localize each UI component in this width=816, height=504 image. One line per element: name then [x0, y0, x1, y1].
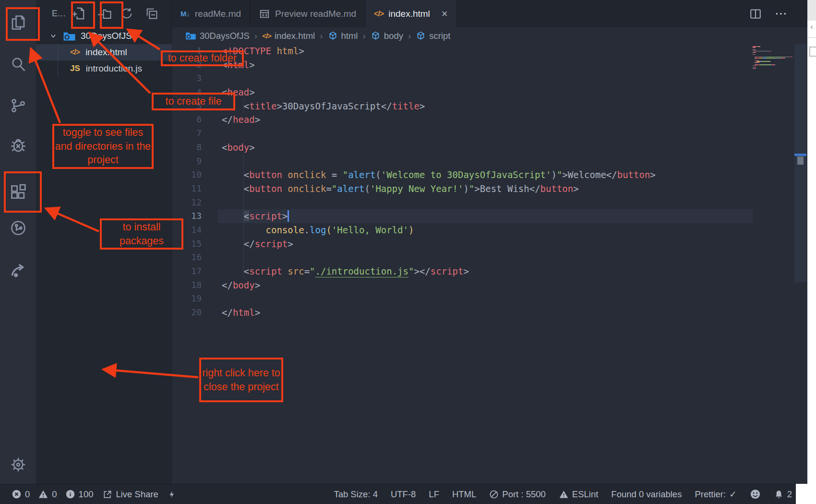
code-line-10[interactable]: 10 <button onclick = "alert('Welcome to … — [172, 168, 807, 182]
tree-indent-guide — [58, 44, 58, 77]
code-line-6[interactable]: 6</head> — [172, 113, 807, 127]
encoding-indicator[interactable]: UTF-8 — [391, 489, 416, 500]
explorer-sidebar: E... 30DaysOfJS </> index.html JS introd… — [36, 0, 172, 504]
code-line-4[interactable]: 4<head> — [172, 85, 807, 99]
close-icon[interactable]: × — [442, 8, 448, 20]
split-editor-icon[interactable] — [749, 8, 762, 20]
tab-readme[interactable]: M↓ readMe.md — [172, 0, 250, 27]
root-folder-label: 30DaysOfJS — [81, 31, 132, 41]
line-number: 2 — [172, 58, 202, 72]
eol-indicator[interactable]: LF — [429, 489, 439, 500]
explorer-icon[interactable] — [0, 6, 36, 39]
code-line-5[interactable]: 5 <title>30DaysOfJavaScript</title> — [172, 99, 807, 113]
extensions-icon[interactable] — [0, 175, 36, 209]
source-control-icon[interactable] — [0, 89, 36, 122]
collapse-all-icon[interactable] — [142, 4, 161, 23]
variables-indicator[interactable]: Found 0 variables — [611, 489, 682, 500]
warning-icon — [559, 490, 569, 499]
explorer-header: E... — [36, 0, 172, 27]
code-editor[interactable]: 1<!DOCTYPE html>2<html>34<head>5 <title>… — [172, 44, 807, 320]
code-line-19[interactable]: 19 — [172, 292, 807, 306]
more-actions-icon[interactable]: ⋯ — [775, 6, 788, 21]
editor-actions: ⋯ — [749, 0, 807, 27]
run-circle-icon[interactable] — [0, 211, 36, 245]
file-label: index.html — [85, 47, 127, 58]
port-indicator[interactable]: Port : 5500 — [489, 489, 546, 500]
tab-preview-readme[interactable]: Preview readMe.md — [250, 0, 365, 27]
settings-gear-icon[interactable] — [0, 448, 36, 481]
js-icon: JS — [70, 64, 80, 73]
code-line-17[interactable]: 17 <script src="./introduction.js"></scr… — [172, 264, 807, 278]
preview-icon — [259, 9, 270, 19]
bolt-indicator[interactable] — [168, 489, 176, 500]
check-icon: ✓ — [729, 489, 737, 500]
line-number: 3 — [172, 72, 202, 85]
problems-indicator[interactable]: 0 0 100 — [12, 489, 93, 500]
breadcrumb-item-script[interactable]: script — [416, 31, 450, 41]
refresh-icon[interactable] — [117, 4, 136, 23]
code-line-3[interactable]: 3 — [172, 72, 807, 85]
new-folder-icon[interactable] — [95, 4, 114, 23]
line-number: 1 — [172, 44, 202, 58]
rail-top-block — [807, 0, 816, 21]
code-line-7[interactable]: 7 — [172, 127, 807, 141]
chevron-left-icon[interactable]: ‹ — [807, 22, 816, 32]
breadcrumb-item-body[interactable]: body — [371, 31, 403, 41]
breadcrumb-item-file[interactable]: </> index.html — [262, 31, 315, 41]
markdown-icon: M↓ — [180, 10, 190, 18]
tab-label: readMe.md — [195, 9, 241, 19]
folder-icon — [185, 31, 196, 40]
code-line-13[interactable]: 13 <script> — [172, 209, 807, 223]
code-line-18[interactable]: 18</body> — [172, 278, 807, 292]
notifications-bell[interactable]: 2 — [774, 489, 792, 500]
code-line-9[interactable]: 9 — [172, 155, 807, 168]
run-debug-icon[interactable] — [0, 129, 36, 162]
feedback-smiley[interactable] — [750, 489, 761, 500]
html-icon: </> — [262, 32, 271, 40]
live-share-button[interactable]: Live Share — [103, 489, 158, 500]
breadcrumb-item-folder[interactable]: 30DaysOfJS — [185, 31, 250, 41]
breadcrumb-item-html[interactable]: html — [328, 31, 358, 41]
scrollbar-thumb[interactable] — [797, 156, 804, 165]
html-icon: </> — [374, 10, 384, 18]
share-icon — [103, 490, 112, 499]
language-indicator[interactable]: HTML — [452, 489, 476, 500]
code-line-1[interactable]: 1<!DOCTYPE html> — [172, 44, 807, 58]
breadcrumb: 30DaysOfJS › </> index.html › html › bod… — [172, 27, 807, 44]
bell-icon — [774, 489, 784, 500]
code-line-2[interactable]: 2<html> — [172, 58, 807, 72]
code-line-20[interactable]: 20</html> — [172, 306, 807, 320]
line-number: 19 — [172, 292, 202, 306]
new-file-icon[interactable] — [69, 4, 88, 23]
minimap[interactable] — [753, 46, 794, 69]
live-share-icon[interactable] — [0, 253, 36, 287]
line-number: 13 — [172, 209, 202, 223]
activity-bar — [0, 0, 36, 504]
rail-square-icon[interactable] — [809, 47, 816, 57]
line-number: 6 — [172, 113, 202, 127]
code-line-15[interactable]: 15 </script> — [172, 237, 807, 251]
warning-icon — [38, 489, 48, 499]
code-line-14[interactable]: 14 console.log('Hello, World') — [172, 223, 807, 237]
code-line-11[interactable]: 11 <button onclick="alert('Happy New Yea… — [172, 182, 807, 196]
prettier-indicator[interactable]: Prettier: ✓ — [695, 489, 736, 500]
explorer-title: E... — [52, 9, 66, 19]
eslint-indicator[interactable]: ESLint — [559, 489, 599, 500]
tree-item-index-html[interactable]: </> index.html — [36, 44, 172, 60]
error-icon — [12, 489, 22, 499]
tab-index-html[interactable]: </> index.html × — [365, 0, 457, 27]
line-number: 20 — [172, 306, 202, 320]
tree-root-folder[interactable]: 30DaysOfJS — [36, 28, 172, 44]
line-number: 16 — [172, 251, 202, 264]
line-number: 12 — [172, 196, 202, 210]
tree-item-introduction-js[interactable]: JS introduction.js — [36, 60, 172, 77]
line-number: 15 — [172, 237, 202, 251]
html-icon: </> — [70, 48, 80, 57]
line-number: 4 — [172, 85, 202, 99]
code-line-12[interactable]: 12 — [172, 196, 807, 210]
code-line-16[interactable]: 16 — [172, 251, 807, 264]
search-icon[interactable] — [0, 47, 36, 81]
tab-size-indicator[interactable]: Tab Size: 4 — [334, 489, 378, 500]
code-line-8[interactable]: 8<body> — [172, 141, 807, 155]
line-number: 14 — [172, 223, 202, 237]
